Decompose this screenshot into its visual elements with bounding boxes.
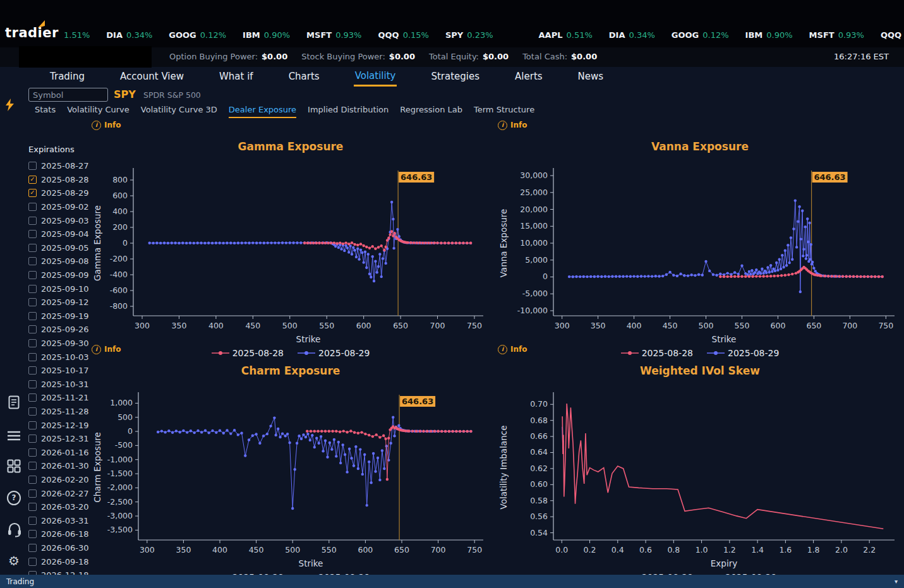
expiration-row[interactable]: 2025-09-12 [28, 296, 98, 309]
ticker-item[interactable]: IBM0.90% [243, 30, 290, 40]
expiration-checkbox[interactable] [28, 257, 37, 265]
account-selector[interactable] [19, 46, 152, 68]
expiration-row[interactable]: 2026-02-27 [28, 486, 98, 500]
expiration-checkbox[interactable] [28, 503, 37, 511]
expiration-row[interactable]: 2025-08-27 [28, 159, 98, 173]
info-button[interactable]: i Info [92, 344, 490, 354]
expiration-checkbox[interactable] [28, 558, 37, 566]
expiration-row[interactable]: 2025-09-04 [28, 227, 98, 241]
info-button[interactable]: i Info [498, 344, 902, 354]
nav-tab-strategies[interactable]: Strategies [430, 68, 481, 85]
expiration-row[interactable]: 2025-10-17 [28, 364, 98, 378]
expiration-row[interactable]: 2026-06-18 [28, 527, 98, 541]
nav-tab-volatility[interactable]: Volatility [354, 68, 397, 87]
expiration-checkbox[interactable] [28, 393, 37, 402]
info-button[interactable]: i Info [498, 120, 902, 130]
gear-icon[interactable]: ⚙ [7, 553, 21, 568]
subtab-stats[interactable]: Stats [35, 105, 56, 118]
info-button[interactable]: i Info [92, 120, 490, 130]
vanna-exposure-plot[interactable]: 30,00025,00020,00015,00010,0005,0000-5,0… [498, 163, 902, 347]
expiration-checkbox[interactable] [28, 530, 37, 538]
expiration-row[interactable]: 2026-12-18 [28, 568, 98, 575]
expiration-checkbox[interactable] [28, 517, 37, 525]
expiration-checkbox[interactable]: ✓ [28, 189, 37, 197]
expiration-row[interactable]: 2025-09-19 [28, 309, 98, 323]
ticker-item[interactable]: 1.51% [60, 30, 90, 40]
symbol-input[interactable] [28, 88, 108, 102]
expiration-checkbox[interactable] [28, 476, 37, 484]
expiration-checkbox[interactable] [28, 462, 37, 470]
expiration-checkbox[interactable] [28, 407, 37, 416]
ticker-item[interactable]: QQQ0.15% [378, 30, 428, 40]
help-icon[interactable]: ? [7, 490, 21, 505]
expiration-checkbox[interactable] [28, 217, 37, 225]
expiration-checkbox[interactable] [28, 353, 37, 361]
nav-tab-charts[interactable]: Charts [287, 68, 321, 85]
expiration-row[interactable]: ✓2025-08-29 [28, 186, 98, 200]
expiration-checkbox[interactable] [28, 435, 37, 443]
expiration-row[interactable]: 2025-12-31 [28, 432, 98, 446]
ticker-item[interactable]: QQQ0.15% [881, 30, 904, 40]
expiration-checkbox[interactable] [28, 448, 37, 457]
nav-tab-alerts[interactable]: Alerts [514, 68, 544, 85]
grid-icon[interactable] [7, 459, 21, 474]
expiration-row[interactable]: 2025-09-02 [28, 200, 98, 214]
lightning-bolt-icon[interactable] [6, 99, 15, 111]
subtab-volatility-curve[interactable]: Volatility Curve [67, 105, 130, 118]
expiration-checkbox[interactable] [28, 203, 37, 211]
expiration-row[interactable]: 2025-09-03 [28, 213, 98, 227]
nav-tab-what-if[interactable]: What if [218, 68, 255, 85]
expiration-checkbox[interactable] [28, 421, 37, 429]
expiration-row[interactable]: 2025-10-31 [28, 378, 98, 392]
document-icon[interactable] [7, 395, 21, 410]
expiration-row[interactable]: 2026-03-31 [28, 513, 98, 527]
ticker-item[interactable]: IBM0.90% [745, 30, 793, 40]
ticker-item[interactable]: MSFT0.93% [809, 30, 864, 40]
nav-tab-news[interactable]: News [577, 68, 605, 85]
weighted-ivol-skew-plot[interactable]: 0.700.680.660.640.620.600.580.560.540.00… [498, 387, 902, 572]
expiration-row[interactable]: 2025-10-03 [28, 350, 98, 364]
expiration-row[interactable]: 2025-09-10 [28, 282, 98, 296]
expiration-row[interactable]: 2026-03-20 [28, 500, 98, 514]
expiration-row[interactable]: 2025-11-21 [28, 391, 98, 405]
expiration-row[interactable]: ✓2025-08-28 [28, 173, 98, 187]
subtab-term-structure[interactable]: Term Structure [474, 105, 534, 118]
tradier-logo[interactable]: tradier [5, 25, 59, 40]
chevron-down-icon[interactable]: ▾ [895, 578, 898, 585]
expiration-row[interactable]: 2025-11-28 [28, 405, 98, 419]
expiration-checkbox[interactable] [28, 244, 37, 252]
expiration-row[interactable]: 2025-09-30 [28, 337, 98, 351]
expiration-checkbox[interactable] [28, 271, 37, 279]
expiration-checkbox[interactable]: ✓ [28, 176, 37, 184]
expiration-row[interactable]: 2026-01-16 [28, 445, 98, 459]
ticker-item[interactable]: DIA0.34% [106, 30, 152, 40]
expiration-checkbox[interactable] [28, 312, 37, 320]
ticker-item[interactable]: AAPL0.51% [539, 30, 593, 40]
expiration-checkbox[interactable] [28, 325, 37, 333]
expiration-checkbox[interactable] [28, 339, 37, 347]
nav-tab-trading[interactable]: Trading [49, 68, 86, 85]
menu-icon[interactable] [7, 428, 21, 443]
ticker-item[interactable]: GOOG0.12% [169, 30, 226, 40]
expiration-row[interactable]: 2026-01-30 [28, 459, 98, 473]
subtab-volatility-curve-3d[interactable]: Volatility Curve 3D [141, 105, 217, 118]
expiration-row[interactable]: 2026-09-18 [28, 555, 98, 568]
ticker-item[interactable]: DIA0.34% [609, 30, 655, 40]
expiration-checkbox[interactable] [28, 230, 37, 238]
expiration-row[interactable]: 2026-02-20 [28, 473, 98, 487]
subtab-dealer-exposure[interactable]: Dealer Exposure [229, 105, 296, 118]
expiration-checkbox[interactable] [28, 489, 37, 498]
expiration-row[interactable]: 2025-09-08 [28, 255, 98, 268]
expiration-checkbox[interactable] [28, 380, 37, 388]
ticker-tape[interactable]: 1.51%DIA0.34%GOOG0.12%IBM0.90%MSFT0.93%Q… [60, 30, 904, 40]
ticker-item[interactable]: MSFT0.93% [306, 30, 361, 40]
nav-tab-account-view[interactable]: Account View [119, 68, 185, 85]
expiration-row[interactable]: 2025-09-05 [28, 241, 98, 255]
subtab-implied-distribution[interactable]: Implied Distribution [308, 105, 389, 118]
expiration-checkbox[interactable] [28, 298, 37, 306]
support-headset-icon[interactable] [7, 522, 21, 537]
expiration-row[interactable]: 2026-06-30 [28, 541, 98, 555]
expiration-row[interactable]: 2025-09-26 [28, 323, 98, 337]
charm-exposure-plot[interactable]: 1,0005000-500-1,000-1,500-2,000-2,500-3,… [92, 387, 490, 572]
expiration-checkbox[interactable] [28, 285, 37, 293]
